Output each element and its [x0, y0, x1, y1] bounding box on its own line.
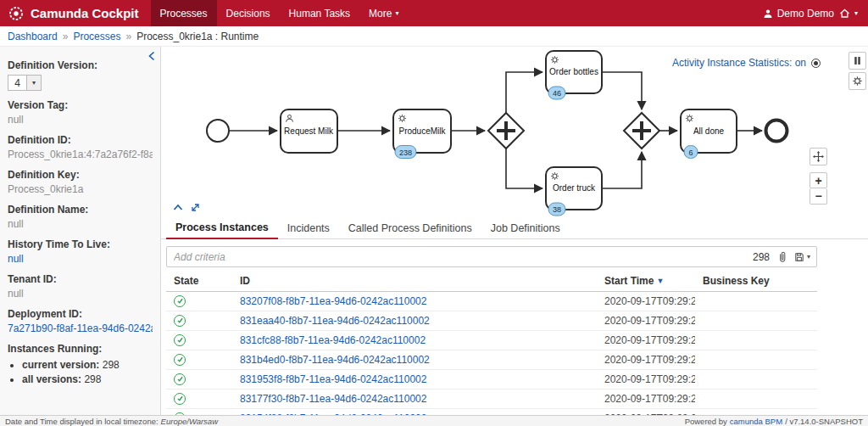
svg-text:Order truck: Order truck — [553, 183, 596, 193]
breadcrumb-dashboard[interactable]: Dashboard — [8, 31, 58, 42]
tab-incidents[interactable]: Incidents — [278, 219, 339, 238]
task-all-done[interactable]: All done 6 — [681, 109, 737, 159]
main-nav: Processes Decisions Human Tasks More ▾ — [151, 0, 409, 26]
col-start-time[interactable]: Start Time▼ — [604, 275, 664, 287]
task-request-milk[interactable]: Request Milk — [281, 109, 337, 153]
parallel-gateway-split[interactable] — [488, 113, 524, 149]
top-navbar: Camunda Cockpit Processes Decisions Huma… — [0, 0, 868, 26]
camunda-bpm-link[interactable]: camunda BPM — [730, 417, 782, 426]
move-icon — [813, 151, 824, 162]
instance-id-link[interactable]: 831cfc88-f8b7-11ea-94d6-0242ac110002 — [240, 334, 426, 346]
diagram-controls-top — [849, 52, 866, 90]
deployment-id-value[interactable]: 7a271b90-f8af-11ea-94d6-0242ac1... — [8, 322, 153, 334]
user-name: Demo Demo — [777, 8, 834, 20]
zoom-controls: + − — [810, 172, 827, 205]
current-version-count: 298 — [103, 359, 120, 371]
paperclip-icon — [777, 251, 787, 263]
col-state: State — [166, 275, 232, 287]
start-time: 2020-09-17T09:29:25 — [597, 295, 695, 307]
start-time: 2020-09-17T09:29:25 — [597, 373, 695, 385]
main-panel: Request Milk ProduceMilk 238 — [161, 47, 868, 415]
nav-item-more[interactable]: More ▾ — [359, 0, 408, 26]
table-row: 83154f88-f8b7-11ea-94d6-0242ac110002 202… — [166, 409, 817, 415]
definition-id-label: Definition ID: — [8, 134, 153, 146]
version-select-caret[interactable]: ▾ — [27, 75, 42, 91]
instance-id-link[interactable]: 831953f8-f8b7-11ea-94d6-0242ac110002 — [240, 373, 426, 385]
list-item: current version: 298 — [22, 359, 153, 371]
start-time: 2020-09-17T09:29:25 — [597, 393, 695, 405]
nav-item-processes[interactable]: Processes — [151, 0, 217, 26]
radio-on-icon[interactable] — [811, 59, 821, 68]
powered-by-label: Powered by — [685, 417, 727, 426]
instance-id-link[interactable]: 83207f08-f8b7-11ea-94d6-0242ac110002 — [240, 295, 426, 307]
instance-id-link[interactable]: 83177f30-f8b7-11ea-94d6-0242ac110002 — [240, 393, 426, 405]
instance-count-badge: 38 — [548, 203, 565, 216]
svg-text:ProduceMilk: ProduceMilk — [398, 126, 446, 136]
breadcrumb: Dashboard » Processes » Process_0krie1a … — [0, 26, 868, 47]
pan-button[interactable] — [810, 148, 827, 165]
chevron-down-icon: ▾ — [32, 80, 36, 87]
zoom-out-button[interactable]: − — [810, 188, 827, 205]
table-row: 831953f8-f8b7-11ea-94d6-0242ac110002 202… — [166, 370, 817, 390]
suspend-button[interactable] — [849, 52, 866, 70]
bpmn-diagram: Request Milk ProduceMilk 238 — [161, 47, 868, 219]
bpmn-canvas[interactable]: Request Milk ProduceMilk 238 — [161, 47, 868, 219]
settings-button[interactable] — [849, 72, 866, 90]
gear-icon — [852, 76, 863, 87]
definition-sidebar: Definition Version: 4 ▾ Version Tag: nul… — [0, 47, 161, 415]
tenant-id-value: null — [8, 288, 153, 300]
definition-key-label: Definition Key: — [8, 169, 153, 181]
task-order-truck[interactable]: Order truck 38 — [546, 167, 602, 216]
table-row: 831b4ed0-f8b7-11ea-94d6-0242ac110002 202… — [166, 350, 817, 370]
history-ttl-value[interactable]: null — [8, 253, 153, 265]
instance-id-link[interactable]: 831b4ed0-f8b7-11ea-94d6-0242ac110002 — [240, 354, 430, 366]
nav-item-human-tasks[interactable]: Human Tasks — [280, 0, 359, 26]
tab-called-process-definitions[interactable]: Called Process Definitions — [339, 219, 481, 238]
activity-instance-statistics-toggle[interactable]: Activity Instance Statistics: on — [672, 57, 821, 69]
task-order-bottles[interactable]: Order bottles 46 — [546, 51, 602, 99]
state-active-icon — [174, 334, 186, 346]
instance-id-link[interactable]: 831eaa40-f8b7-11ea-94d6-0242ac110002 — [240, 315, 430, 327]
start-time: 2020-09-17T09:29:25 — [597, 334, 695, 346]
end-event[interactable] — [766, 121, 787, 142]
breadcrumb-processes[interactable]: Processes — [73, 31, 120, 42]
start-event[interactable] — [207, 120, 229, 142]
version-select-value[interactable]: 4 — [8, 75, 27, 91]
tab-job-definitions[interactable]: Job Definitions — [481, 219, 570, 238]
task-produce-milk[interactable]: ProduceMilk 238 — [393, 109, 451, 159]
state-active-icon — [174, 412, 186, 415]
home-menu[interactable]: ▾ — [839, 8, 858, 19]
pause-icon — [852, 55, 863, 66]
definition-version-label: Definition Version: — [8, 59, 153, 71]
save-filter-button[interactable]: ▾ — [794, 252, 810, 262]
tab-process-instances[interactable]: Process Instances — [166, 218, 278, 239]
table-row: 83207f08-f8b7-11ea-94d6-0242ac110002 202… — [166, 292, 817, 311]
instance-count-badge: 238 — [395, 146, 416, 159]
instances-running-label: Instances Running: — [8, 343, 153, 355]
state-active-icon — [174, 295, 186, 307]
brand[interactable]: Camunda Cockpit — [0, 0, 151, 26]
expand-diagonal-icon[interactable] — [191, 203, 200, 212]
zoom-in-button[interactable]: + — [810, 172, 827, 188]
tenant-id-label: Tenant ID: — [8, 273, 153, 285]
nav-item-decisions[interactable]: Decisions — [217, 0, 280, 26]
all-versions-label: all versions: — [22, 373, 81, 385]
svg-text:All done: All done — [693, 126, 725, 136]
deployment-id-label: Deployment ID: — [8, 308, 153, 320]
instance-id-link[interactable]: 83154f88-f8b7-11ea-94d6-0242ac110002 — [240, 412, 426, 415]
breadcrumb-separator: » — [125, 31, 131, 42]
collapse-up-icon[interactable] — [173, 204, 183, 211]
parallel-gateway-join[interactable] — [624, 113, 659, 149]
definition-name-label: Definition Name: — [8, 204, 153, 216]
camunda-logo-icon — [8, 6, 24, 21]
sidebar-collapse-icon[interactable] — [147, 49, 156, 64]
svg-text:Order bottles: Order bottles — [549, 67, 598, 76]
add-criteria-input[interactable] — [167, 251, 753, 263]
breadcrumb-current: Process_0krie1a : Runtime — [136, 31, 259, 42]
copy-link-button[interactable] — [777, 251, 787, 263]
chevron-down-icon: ▾ — [395, 10, 398, 17]
user-menu[interactable]: Demo Demo — [763, 8, 834, 20]
start-time: 2020-09-17T09:29:25 — [597, 315, 695, 327]
instance-count: 298 — [753, 251, 770, 263]
definition-id-value: Process_0krie1a:4:7a2a76f2-f8af-11... — [8, 149, 153, 160]
